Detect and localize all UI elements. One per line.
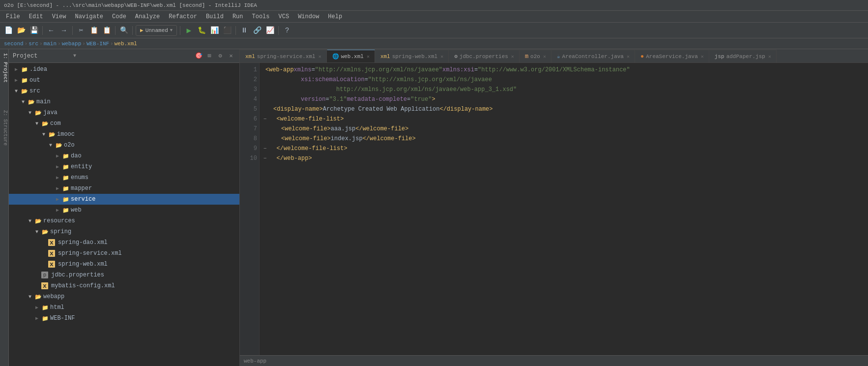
tab-area-controller-close[interactable]: ✕ bbox=[627, 54, 630, 60]
tab-spring-service-close[interactable]: ✕ bbox=[318, 54, 321, 60]
toolbar-heap-btn[interactable]: 📈 bbox=[264, 25, 275, 36]
run-config-arrow: ▼ bbox=[170, 28, 173, 33]
tree-spring-service[interactable]: ▶ x spring-service.xml bbox=[9, 248, 239, 259]
breadcrumb-main[interactable]: main bbox=[44, 41, 57, 47]
tree-web[interactable]: ▶ 📁 web bbox=[9, 205, 239, 215]
menu-run[interactable]: Run bbox=[229, 12, 247, 21]
menu-edit[interactable]: Edit bbox=[25, 12, 47, 21]
tree-spring-dao[interactable]: ▶ x spring-dao.xml bbox=[9, 237, 239, 248]
menu-code[interactable]: Code bbox=[108, 12, 130, 21]
toolbar-coverage-btn[interactable]: 📊 bbox=[209, 25, 220, 36]
tree-entity[interactable]: ▶ 📁 entity bbox=[9, 161, 239, 172]
toolbar-search-btn[interactable]: 🔍 bbox=[118, 25, 129, 36]
toolbar-run-btn[interactable]: ▶ bbox=[183, 25, 194, 36]
tree-html[interactable]: ▶ 📁 html bbox=[9, 302, 239, 313]
menu-navigate[interactable]: Navigate bbox=[71, 12, 107, 21]
side-tab-structure[interactable]: Z: Structure bbox=[0, 106, 9, 150]
tree-resources[interactable]: ▼ 📂 resources bbox=[9, 215, 239, 226]
tree-service[interactable]: ▶ 📁 service bbox=[9, 194, 239, 205]
toolbar-threads-btn[interactable]: 🔗 bbox=[252, 25, 262, 36]
menu-analyze[interactable]: Analyze bbox=[131, 12, 164, 21]
tab-spring-web[interactable]: xml spring-web.xml ✕ bbox=[375, 50, 449, 62]
tree-spring[interactable]: ▼ 📂 spring bbox=[9, 226, 239, 237]
tab-spring-web-close[interactable]: ✕ bbox=[440, 54, 443, 60]
menu-tools[interactable]: Tools bbox=[248, 12, 274, 21]
breadcrumb-webinf[interactable]: WEB-INF bbox=[87, 41, 109, 47]
tree-spring-web[interactable]: ▶ x spring-web.xml bbox=[9, 259, 239, 270]
fold-icon-6[interactable]: − bbox=[263, 114, 267, 124]
tree-mapper[interactable]: ▶ 📁 mapper bbox=[9, 183, 239, 194]
menu-window[interactable]: Window bbox=[294, 12, 323, 21]
fold-icon-10[interactable]: − bbox=[263, 153, 267, 163]
tab-o2o-label: o2o bbox=[530, 54, 540, 60]
tree-dao[interactable]: ▶ 📁 dao bbox=[9, 151, 239, 161]
tree-arrow-enums: ▶ bbox=[54, 174, 61, 181]
tab-area-service-close[interactable]: ✕ bbox=[701, 54, 704, 60]
tree-arrow-idea: ▶ bbox=[13, 66, 20, 73]
fold-icon-9[interactable]: − bbox=[263, 144, 267, 153]
breadcrumb-webxml[interactable]: web.xml bbox=[115, 41, 137, 47]
tab-area-service[interactable]: ● AreaService.java ✕ bbox=[635, 50, 709, 62]
project-expand-icon[interactable]: ⊞ bbox=[205, 52, 214, 61]
folder-icon-com: 📂 bbox=[41, 120, 49, 127]
tree-mybatis[interactable]: ▶ x mybatis-config.xml bbox=[9, 280, 239, 291]
tree-webapp-folder[interactable]: ▼ 📂 webapp bbox=[9, 291, 239, 302]
toolbar-save-btn[interactable]: 💾 bbox=[29, 25, 39, 36]
toolbar-cut-btn[interactable]: ✂ bbox=[76, 25, 87, 36]
menu-build[interactable]: Build bbox=[202, 12, 228, 21]
project-dropdown-arrow[interactable]: ▼ bbox=[73, 53, 132, 59]
toolbar-back-btn[interactable]: ← bbox=[46, 25, 57, 36]
menu-file[interactable]: File bbox=[2, 12, 24, 21]
tab-addpaper[interactable]: jsp addPaper.jsp ✕ bbox=[709, 50, 777, 62]
tab-o2o-close[interactable]: ✕ bbox=[543, 54, 546, 60]
tab-o2o[interactable]: m o2o ✕ bbox=[520, 50, 551, 62]
toolbar-pause-btn[interactable]: ⏸ bbox=[239, 25, 250, 36]
toolbar-sep1 bbox=[42, 26, 43, 35]
tab-jdbc-close[interactable]: ✕ bbox=[511, 54, 514, 60]
menu-refactor[interactable]: Refactor bbox=[165, 12, 201, 21]
toolbar-help-btn[interactable]: ? bbox=[282, 25, 292, 36]
tree-webinf[interactable]: ▶ 📁 WEB-INF bbox=[9, 313, 239, 324]
menu-help[interactable]: Help bbox=[324, 12, 346, 21]
tree-o2o[interactable]: ▼ 📂 o2o bbox=[9, 140, 239, 151]
tree-label-webapp: webapp bbox=[43, 293, 64, 300]
tab-spring-service[interactable]: xml spring-service.xml ✕ bbox=[240, 50, 327, 62]
breadcrumb-second[interactable]: second bbox=[4, 41, 24, 47]
toolbar-copy-btn[interactable]: 📋 bbox=[88, 25, 99, 36]
toolbar-open-btn[interactable]: 📂 bbox=[16, 25, 27, 36]
breadcrumb: second › src › main › webapp › WEB-INF ›… bbox=[0, 38, 868, 49]
tree-label-o2o: o2o bbox=[64, 142, 75, 149]
tab-web-xml-close[interactable]: ✕ bbox=[367, 54, 370, 60]
project-close-icon[interactable]: ✕ bbox=[227, 52, 235, 61]
tree-idea[interactable]: ▶ 📁 .idea bbox=[9, 64, 239, 75]
toolbar-new-btn[interactable]: 📄 bbox=[3, 25, 14, 36]
project-locate-icon[interactable]: 🎯 bbox=[194, 52, 203, 61]
tab-jdbc[interactable]: ⚙ jdbc.properties ✕ bbox=[449, 50, 520, 62]
tree-java[interactable]: ▼ 📂 java bbox=[9, 107, 239, 118]
tree-label-mapper: mapper bbox=[71, 185, 92, 192]
code-area[interactable]: <web-app xmlns="http://xmlns.jcp.org/xml… bbox=[260, 63, 868, 355]
tree-label-mybatis: mybatis-config.xml bbox=[51, 282, 115, 289]
tree-com[interactable]: ▼ 📂 com bbox=[9, 118, 239, 129]
toolbar-paste-btn[interactable]: 📋 bbox=[101, 25, 112, 36]
tree-enums[interactable]: ▶ 📁 enums bbox=[9, 172, 239, 183]
toolbar-stop-btn[interactable]: ⬛ bbox=[222, 25, 232, 36]
menu-vcs[interactable]: VCS bbox=[275, 12, 293, 21]
tree-jdbc-props[interactable]: ▶ p jdbc.properties bbox=[9, 270, 239, 280]
tree-src[interactable]: ▼ 📂 src bbox=[9, 86, 239, 96]
tree-imooc[interactable]: ▼ 📂 imooc bbox=[9, 129, 239, 140]
toolbar-debug-btn[interactable]: 🐛 bbox=[196, 25, 207, 36]
tab-addpaper-close[interactable]: ✕ bbox=[768, 54, 771, 60]
breadcrumb-src[interactable]: src bbox=[29, 41, 38, 47]
tree-main[interactable]: ▼ 📂 main bbox=[9, 96, 239, 107]
code-line-1: <web-app xmlns="http://xmlns.jcp.org/xml… bbox=[263, 65, 864, 75]
side-tab-project[interactable]: 1: Project bbox=[0, 49, 9, 87]
menu-view[interactable]: View bbox=[48, 12, 70, 21]
tab-area-controller[interactable]: ☕ AreaController.java ✕ bbox=[551, 50, 635, 62]
toolbar-run-config-btn[interactable]: ▶ Unnamed ▼ bbox=[136, 25, 177, 36]
project-settings-icon[interactable]: ⚙ bbox=[216, 52, 225, 61]
tab-web-xml[interactable]: 🌐 web.xml ✕ bbox=[327, 50, 375, 62]
tree-out[interactable]: ▶ 📁 out bbox=[9, 75, 239, 86]
toolbar-forward-btn[interactable]: → bbox=[58, 25, 69, 36]
breadcrumb-webapp[interactable]: webapp bbox=[62, 41, 82, 47]
